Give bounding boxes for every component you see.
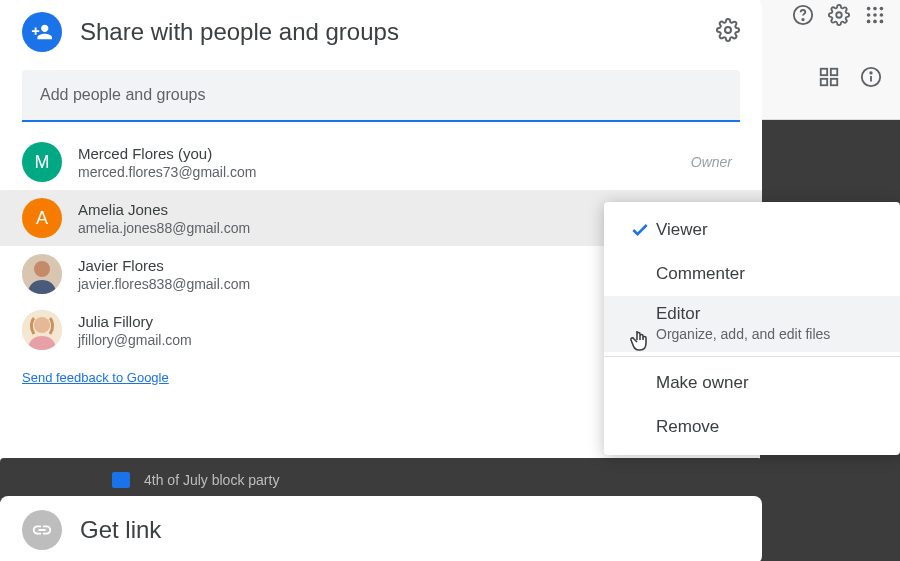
svg-point-4	[873, 7, 877, 11]
svg-rect-14	[821, 79, 827, 85]
avatar: M	[22, 142, 62, 182]
svg-point-8	[880, 13, 884, 17]
menu-label: Make owner	[656, 373, 749, 393]
add-people-input-wrap[interactable]	[22, 70, 740, 122]
info-icon[interactable]	[860, 66, 882, 88]
person-email: merced.flores73@gmail.com	[78, 164, 675, 180]
menu-label: Commenter	[656, 264, 745, 284]
role-menu: Viewer Commenter Editor Organize, add, a…	[604, 202, 900, 455]
person-name: Merced Flores (you)	[78, 145, 675, 162]
menu-item-viewer[interactable]: Viewer	[604, 208, 900, 252]
dialog-title: Share with people and groups	[80, 18, 698, 46]
menu-item-editor[interactable]: Editor Organize, add, and edit files	[604, 296, 900, 352]
svg-point-11	[880, 20, 884, 24]
menu-label: Editor	[656, 304, 830, 324]
svg-point-6	[867, 13, 871, 17]
svg-point-1	[802, 19, 803, 20]
menu-item-commenter[interactable]: Commenter	[604, 252, 900, 296]
get-link-section[interactable]: Get link	[0, 496, 762, 561]
background-item-text: 4th of July block party	[144, 472, 279, 488]
svg-point-19	[725, 27, 731, 33]
help-icon[interactable]	[792, 4, 814, 26]
person-info: Merced Flores (you) merced.flores73@gmai…	[78, 145, 675, 180]
menu-item-make-owner[interactable]: Make owner	[604, 361, 900, 405]
menu-divider	[604, 356, 900, 357]
calendar-icon	[112, 472, 130, 488]
link-icon	[22, 510, 62, 550]
avatar	[22, 310, 62, 350]
svg-point-21	[34, 261, 50, 277]
feedback-link[interactable]: Send feedback to Google	[22, 370, 169, 385]
menu-label: Viewer	[656, 220, 708, 240]
svg-rect-13	[831, 69, 837, 75]
svg-point-5	[880, 7, 884, 11]
menu-label: Remove	[656, 417, 719, 437]
svg-point-18	[870, 72, 871, 73]
share-icon	[22, 12, 62, 52]
share-settings-icon[interactable]	[716, 18, 740, 46]
svg-point-2	[836, 12, 842, 18]
svg-point-9	[867, 20, 871, 24]
svg-rect-15	[831, 79, 837, 85]
svg-point-7	[873, 13, 877, 17]
svg-point-10	[873, 20, 877, 24]
settings-gear-icon[interactable]	[828, 4, 850, 26]
dialog-header: Share with people and groups	[0, 0, 762, 62]
svg-rect-12	[821, 69, 827, 75]
grid-view-icon[interactable]	[818, 66, 840, 88]
avatar	[22, 254, 62, 294]
menu-item-remove[interactable]: Remove	[604, 405, 900, 449]
menu-sublabel: Organize, add, and edit files	[656, 326, 830, 342]
svg-point-23	[34, 317, 50, 333]
person-row[interactable]: M Merced Flores (you) merced.flores73@gm…	[0, 134, 762, 190]
add-people-input[interactable]	[40, 86, 722, 104]
get-link-title: Get link	[80, 516, 161, 544]
avatar: A	[22, 198, 62, 238]
check-icon	[624, 220, 656, 240]
apps-grid-icon[interactable]	[864, 4, 886, 26]
backdrop-toolbar	[760, 0, 900, 120]
svg-point-3	[867, 7, 871, 11]
role-label: Owner	[691, 154, 740, 170]
